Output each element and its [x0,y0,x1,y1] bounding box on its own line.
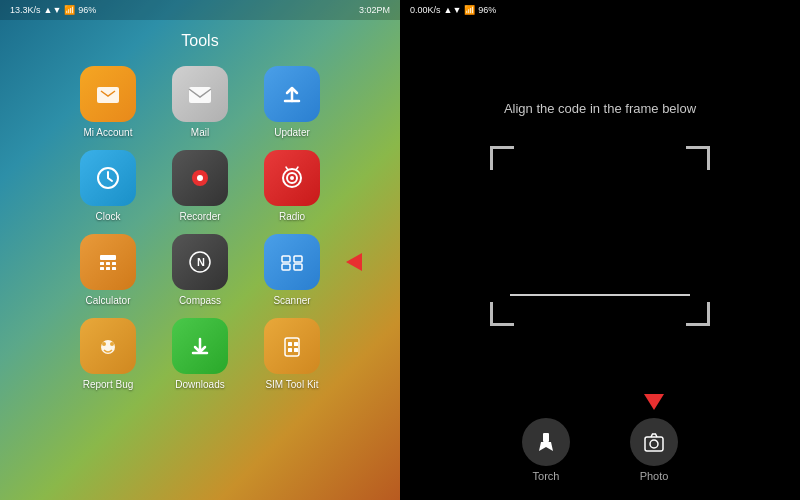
svg-rect-17 [282,256,290,262]
scanner-area: Align the code in the frame below [400,20,800,406]
clock-label: Clock [95,211,120,222]
corner-bl [490,302,514,326]
mail-label: Mail [191,127,209,138]
clock-icon [80,150,136,206]
photo-icon-circle [630,418,678,466]
right-wifi-icon: 📶 [464,5,475,15]
torch-icon-circle [522,418,570,466]
torch-label: Torch [533,470,560,482]
compass-label: Compass [179,295,221,306]
left-status-bar: 13.3K/s ▲▼ 📶 96% 3:02PM [0,0,400,20]
svg-point-23 [110,342,114,346]
report-bug-icon [80,318,136,374]
mail-icon [172,66,228,122]
mi-account-label: Mi Account [84,127,133,138]
svg-rect-27 [288,348,292,352]
downloads-icon [172,318,228,374]
svg-point-7 [290,176,294,180]
app-sim-tool[interactable]: SIM Tool Kit [252,318,332,390]
svg-point-22 [102,342,106,346]
svg-rect-14 [112,267,116,270]
right-battery: 96% [478,5,496,15]
photo-label: Photo [640,470,669,482]
app-report-bug[interactable]: Report Bug [68,318,148,390]
scan-line [510,294,690,296]
compass-icon: N [172,234,228,290]
right-phone-panel: 0.00K/s ▲▼ 📶 96% Align the code in the f… [400,0,800,500]
recorder-label: Recorder [179,211,220,222]
corner-br [686,302,710,326]
app-updater[interactable]: Updater [252,66,332,138]
right-status-left: 0.00K/s ▲▼ 📶 96% [410,5,496,15]
downloads-label: Downloads [175,379,224,390]
corner-tl [490,146,514,170]
right-status-bar: 0.00K/s ▲▼ 📶 96% [400,0,800,20]
tools-title: Tools [0,32,400,50]
svg-rect-25 [288,342,292,346]
photo-button[interactable]: Photo [630,418,678,482]
svg-rect-26 [294,342,298,346]
wifi-icon: 📶 [64,5,75,15]
radio-icon [264,150,320,206]
calculator-label: Calculator [85,295,130,306]
svg-text:N: N [197,256,205,268]
app-scanner[interactable]: Scanner [252,234,332,306]
svg-rect-20 [294,264,302,270]
bottom-bar: Torch Photo [400,406,800,500]
scan-instruction: Align the code in the frame below [504,101,696,116]
svg-point-4 [197,175,203,181]
app-mi-account[interactable]: Mi Account [68,66,148,138]
updater-label: Updater [274,127,310,138]
svg-rect-11 [112,262,116,265]
left-status-right: 3:02PM [359,5,390,15]
svg-rect-13 [106,267,110,270]
sim-tool-label: SIM Tool Kit [265,379,318,390]
calculator-icon [80,234,136,290]
svg-rect-28 [294,348,298,352]
scanner-icon [264,234,320,290]
photo-arrow [644,394,664,410]
signal-icon: ▲▼ [44,5,62,15]
app-downloads[interactable]: Downloads [160,318,240,390]
svg-rect-0 [97,87,119,103]
left-status-left: 13.3K/s ▲▼ 📶 96% [10,5,96,15]
right-signal-icon: ▲▼ [444,5,462,15]
updater-icon [264,66,320,122]
torch-button[interactable]: Torch [522,418,570,482]
sim-tool-icon [264,318,320,374]
svg-rect-9 [100,262,104,265]
svg-rect-30 [645,437,663,451]
svg-rect-10 [106,262,110,265]
mi-account-icon [80,66,136,122]
recorder-icon [172,150,228,206]
svg-rect-29 [543,433,549,442]
svg-rect-8 [100,255,116,260]
radio-label: Radio [279,211,305,222]
app-clock[interactable]: Clock [68,150,148,222]
corner-tr [686,146,710,170]
report-bug-label: Report Bug [83,379,134,390]
svg-rect-19 [282,264,290,270]
svg-point-31 [650,440,658,448]
left-time: 3:02PM [359,5,390,15]
apps-grid: Mi Account Mail Updater [0,66,400,390]
right-speed: 0.00K/s [410,5,441,15]
svg-rect-24 [285,338,299,356]
left-phone-panel: 13.3K/s ▲▼ 📶 96% 3:02PM Tools Mi Account [0,0,400,500]
scanner-label: Scanner [273,295,310,306]
svg-rect-18 [294,256,302,262]
scan-frame [490,146,710,326]
app-radio[interactable]: Radio [252,150,332,222]
app-recorder[interactable]: Recorder [160,150,240,222]
svg-rect-1 [189,87,211,103]
app-mail[interactable]: Mail [160,66,240,138]
left-speed: 13.3K/s [10,5,41,15]
battery-left: 96% [78,5,96,15]
app-calculator[interactable]: Calculator [68,234,148,306]
svg-rect-12 [100,267,104,270]
app-compass[interactable]: N Compass [160,234,240,306]
